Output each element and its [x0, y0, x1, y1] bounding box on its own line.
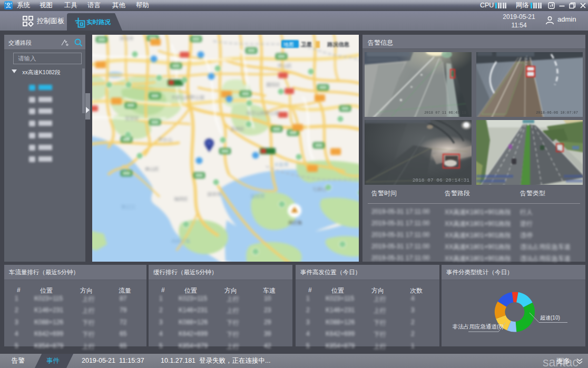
svg-text:大亚湾: 大亚湾 — [274, 162, 288, 167]
svg-text:七娘山: 七娘山 — [312, 186, 327, 192]
svg-text:马峦山郊野公园: 马峦山郊野公园 — [246, 111, 279, 116]
svg-text:羊台山: 羊台山 — [158, 137, 172, 142]
svg-text:福田区: 福田区 — [174, 196, 188, 202]
svg-text:内伶仃岛: 内伶仃岛 — [171, 238, 190, 244]
svg-text:东莞市: 东莞市 — [119, 36, 134, 41]
svg-text:南山区: 南山区 — [145, 166, 159, 172]
svg-text:非法占用应急通道(8): 非法占用应急通道(8) — [452, 323, 504, 330]
svg-text:惠阳区: 惠阳区 — [266, 82, 280, 87]
svg-text:珠江口: 珠江口 — [121, 204, 135, 210]
svg-text:超速(10): 超速(10) — [540, 315, 560, 321]
svg-text:龙岗区: 龙岗区 — [230, 126, 244, 132]
svg-text:深圳湾: 深圳湾 — [250, 194, 264, 199]
svg-text:深圳市: 深圳市 — [207, 192, 221, 197]
svg-text:坪山区: 坪山区 — [277, 63, 292, 68]
svg-text:典巨集: 典巨集 — [288, 220, 302, 225]
svg-text:宝安区: 宝安区 — [125, 116, 139, 121]
svg-text:大前山郊野公园: 大前山郊野公园 — [171, 95, 204, 100]
